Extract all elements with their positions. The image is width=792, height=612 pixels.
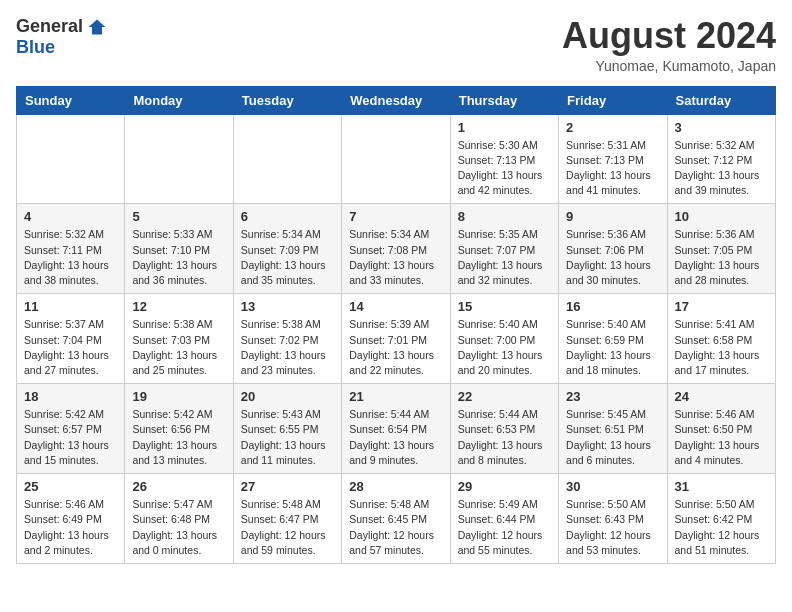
calendar-cell bbox=[342, 114, 450, 204]
calendar-cell: 17Sunrise: 5:41 AM Sunset: 6:58 PM Dayli… bbox=[667, 294, 775, 384]
day-number: 9 bbox=[566, 209, 659, 224]
day-info: Sunrise: 5:42 AM Sunset: 6:56 PM Dayligh… bbox=[132, 407, 225, 468]
day-info: Sunrise: 5:30 AM Sunset: 7:13 PM Dayligh… bbox=[458, 138, 551, 199]
day-number: 7 bbox=[349, 209, 442, 224]
day-number: 22 bbox=[458, 389, 551, 404]
day-number: 11 bbox=[24, 299, 117, 314]
day-number: 28 bbox=[349, 479, 442, 494]
day-info: Sunrise: 5:42 AM Sunset: 6:57 PM Dayligh… bbox=[24, 407, 117, 468]
day-info: Sunrise: 5:36 AM Sunset: 7:06 PM Dayligh… bbox=[566, 227, 659, 288]
day-info: Sunrise: 5:36 AM Sunset: 7:05 PM Dayligh… bbox=[675, 227, 768, 288]
day-info: Sunrise: 5:34 AM Sunset: 7:08 PM Dayligh… bbox=[349, 227, 442, 288]
day-info: Sunrise: 5:47 AM Sunset: 6:48 PM Dayligh… bbox=[132, 497, 225, 558]
day-number: 16 bbox=[566, 299, 659, 314]
day-info: Sunrise: 5:44 AM Sunset: 6:53 PM Dayligh… bbox=[458, 407, 551, 468]
day-info: Sunrise: 5:32 AM Sunset: 7:12 PM Dayligh… bbox=[675, 138, 768, 199]
calendar-cell: 1Sunrise: 5:30 AM Sunset: 7:13 PM Daylig… bbox=[450, 114, 558, 204]
day-info: Sunrise: 5:39 AM Sunset: 7:01 PM Dayligh… bbox=[349, 317, 442, 378]
day-info: Sunrise: 5:50 AM Sunset: 6:42 PM Dayligh… bbox=[675, 497, 768, 558]
day-number: 5 bbox=[132, 209, 225, 224]
day-number: 21 bbox=[349, 389, 442, 404]
logo: General Blue bbox=[16, 16, 107, 58]
week-row-5: 25Sunrise: 5:46 AM Sunset: 6:49 PM Dayli… bbox=[17, 474, 776, 564]
calendar-cell: 4Sunrise: 5:32 AM Sunset: 7:11 PM Daylig… bbox=[17, 204, 125, 294]
logo-blue-text: Blue bbox=[16, 37, 55, 58]
day-info: Sunrise: 5:50 AM Sunset: 6:43 PM Dayligh… bbox=[566, 497, 659, 558]
day-info: Sunrise: 5:38 AM Sunset: 7:03 PM Dayligh… bbox=[132, 317, 225, 378]
day-number: 30 bbox=[566, 479, 659, 494]
day-number: 19 bbox=[132, 389, 225, 404]
day-number: 27 bbox=[241, 479, 334, 494]
calendar-table: SundayMondayTuesdayWednesdayThursdayFrid… bbox=[16, 86, 776, 564]
calendar-cell: 21Sunrise: 5:44 AM Sunset: 6:54 PM Dayli… bbox=[342, 384, 450, 474]
day-info: Sunrise: 5:34 AM Sunset: 7:09 PM Dayligh… bbox=[241, 227, 334, 288]
day-number: 10 bbox=[675, 209, 768, 224]
calendar-cell bbox=[17, 114, 125, 204]
logo-general-text: General bbox=[16, 16, 83, 37]
day-number: 31 bbox=[675, 479, 768, 494]
calendar-cell: 5Sunrise: 5:33 AM Sunset: 7:10 PM Daylig… bbox=[125, 204, 233, 294]
calendar-cell: 7Sunrise: 5:34 AM Sunset: 7:08 PM Daylig… bbox=[342, 204, 450, 294]
day-number: 29 bbox=[458, 479, 551, 494]
header-monday: Monday bbox=[125, 86, 233, 114]
day-info: Sunrise: 5:40 AM Sunset: 6:59 PM Dayligh… bbox=[566, 317, 659, 378]
calendar-cell: 10Sunrise: 5:36 AM Sunset: 7:05 PM Dayli… bbox=[667, 204, 775, 294]
day-info: Sunrise: 5:43 AM Sunset: 6:55 PM Dayligh… bbox=[241, 407, 334, 468]
day-info: Sunrise: 5:38 AM Sunset: 7:02 PM Dayligh… bbox=[241, 317, 334, 378]
calendar-cell bbox=[125, 114, 233, 204]
week-row-4: 18Sunrise: 5:42 AM Sunset: 6:57 PM Dayli… bbox=[17, 384, 776, 474]
calendar-cell: 14Sunrise: 5:39 AM Sunset: 7:01 PM Dayli… bbox=[342, 294, 450, 384]
calendar-cell: 25Sunrise: 5:46 AM Sunset: 6:49 PM Dayli… bbox=[17, 474, 125, 564]
day-number: 26 bbox=[132, 479, 225, 494]
calendar-cell: 27Sunrise: 5:48 AM Sunset: 6:47 PM Dayli… bbox=[233, 474, 341, 564]
day-number: 13 bbox=[241, 299, 334, 314]
calendar-cell: 28Sunrise: 5:48 AM Sunset: 6:45 PM Dayli… bbox=[342, 474, 450, 564]
week-row-3: 11Sunrise: 5:37 AM Sunset: 7:04 PM Dayli… bbox=[17, 294, 776, 384]
calendar-cell: 30Sunrise: 5:50 AM Sunset: 6:43 PM Dayli… bbox=[559, 474, 667, 564]
calendar-cell: 6Sunrise: 5:34 AM Sunset: 7:09 PM Daylig… bbox=[233, 204, 341, 294]
header-friday: Friday bbox=[559, 86, 667, 114]
calendar-cell: 9Sunrise: 5:36 AM Sunset: 7:06 PM Daylig… bbox=[559, 204, 667, 294]
calendar-cell: 12Sunrise: 5:38 AM Sunset: 7:03 PM Dayli… bbox=[125, 294, 233, 384]
day-number: 2 bbox=[566, 120, 659, 135]
header-wednesday: Wednesday bbox=[342, 86, 450, 114]
week-row-2: 4Sunrise: 5:32 AM Sunset: 7:11 PM Daylig… bbox=[17, 204, 776, 294]
page-header: General Blue August 2024 Yunomae, Kumamo… bbox=[16, 16, 776, 74]
day-number: 8 bbox=[458, 209, 551, 224]
day-number: 24 bbox=[675, 389, 768, 404]
day-info: Sunrise: 5:31 AM Sunset: 7:13 PM Dayligh… bbox=[566, 138, 659, 199]
header-row: SundayMondayTuesdayWednesdayThursdayFrid… bbox=[17, 86, 776, 114]
calendar-cell: 29Sunrise: 5:49 AM Sunset: 6:44 PM Dayli… bbox=[450, 474, 558, 564]
header-sunday: Sunday bbox=[17, 86, 125, 114]
day-number: 17 bbox=[675, 299, 768, 314]
calendar-cell: 11Sunrise: 5:37 AM Sunset: 7:04 PM Dayli… bbox=[17, 294, 125, 384]
day-info: Sunrise: 5:33 AM Sunset: 7:10 PM Dayligh… bbox=[132, 227, 225, 288]
day-info: Sunrise: 5:35 AM Sunset: 7:07 PM Dayligh… bbox=[458, 227, 551, 288]
day-info: Sunrise: 5:41 AM Sunset: 6:58 PM Dayligh… bbox=[675, 317, 768, 378]
day-info: Sunrise: 5:46 AM Sunset: 6:50 PM Dayligh… bbox=[675, 407, 768, 468]
day-info: Sunrise: 5:45 AM Sunset: 6:51 PM Dayligh… bbox=[566, 407, 659, 468]
day-number: 20 bbox=[241, 389, 334, 404]
calendar-cell: 18Sunrise: 5:42 AM Sunset: 6:57 PM Dayli… bbox=[17, 384, 125, 474]
day-info: Sunrise: 5:48 AM Sunset: 6:47 PM Dayligh… bbox=[241, 497, 334, 558]
day-info: Sunrise: 5:48 AM Sunset: 6:45 PM Dayligh… bbox=[349, 497, 442, 558]
location-text: Yunomae, Kumamoto, Japan bbox=[562, 58, 776, 74]
calendar-cell: 31Sunrise: 5:50 AM Sunset: 6:42 PM Dayli… bbox=[667, 474, 775, 564]
day-number: 4 bbox=[24, 209, 117, 224]
day-number: 18 bbox=[24, 389, 117, 404]
calendar-cell: 8Sunrise: 5:35 AM Sunset: 7:07 PM Daylig… bbox=[450, 204, 558, 294]
week-row-1: 1Sunrise: 5:30 AM Sunset: 7:13 PM Daylig… bbox=[17, 114, 776, 204]
day-info: Sunrise: 5:40 AM Sunset: 7:00 PM Dayligh… bbox=[458, 317, 551, 378]
header-saturday: Saturday bbox=[667, 86, 775, 114]
day-info: Sunrise: 5:49 AM Sunset: 6:44 PM Dayligh… bbox=[458, 497, 551, 558]
calendar-cell: 23Sunrise: 5:45 AM Sunset: 6:51 PM Dayli… bbox=[559, 384, 667, 474]
calendar-cell bbox=[233, 114, 341, 204]
header-tuesday: Tuesday bbox=[233, 86, 341, 114]
day-number: 25 bbox=[24, 479, 117, 494]
calendar-cell: 22Sunrise: 5:44 AM Sunset: 6:53 PM Dayli… bbox=[450, 384, 558, 474]
calendar-cell: 2Sunrise: 5:31 AM Sunset: 7:13 PM Daylig… bbox=[559, 114, 667, 204]
calendar-cell: 24Sunrise: 5:46 AM Sunset: 6:50 PM Dayli… bbox=[667, 384, 775, 474]
header-thursday: Thursday bbox=[450, 86, 558, 114]
day-number: 15 bbox=[458, 299, 551, 314]
day-number: 6 bbox=[241, 209, 334, 224]
